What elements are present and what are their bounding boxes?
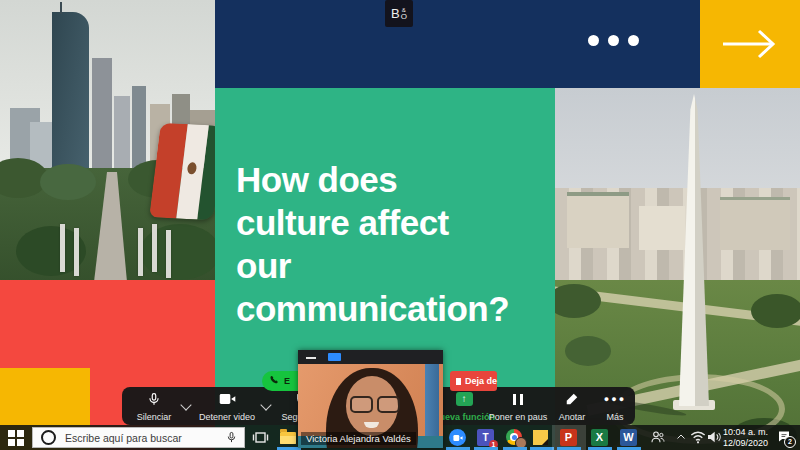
taskbar-clock[interactable]: 10:04 a. m. 12/09/2020 — [723, 427, 768, 448]
pause-icon — [513, 392, 523, 406]
pencil-icon — [565, 392, 579, 406]
participant-name-label: Victoria Alejandra Valdés — [301, 432, 416, 445]
sticky-notes-icon[interactable] — [533, 429, 550, 446]
ellipsis-dots-decoration — [588, 35, 639, 46]
stop-icon — [456, 378, 461, 385]
minimize-icon[interactable] — [306, 357, 316, 359]
up-arrow-icon: ↑ — [456, 392, 473, 406]
sharing-indicator-text: E — [284, 376, 290, 386]
mute-button[interactable]: Silenciar — [130, 390, 178, 422]
more-button[interactable]: ●●● Más — [598, 390, 632, 422]
restore-icon[interactable] — [328, 353, 341, 361]
glasses — [350, 396, 400, 413]
more-dots-icon: ●●● — [604, 392, 626, 406]
bo-logo: B & O — [385, 0, 413, 27]
video-window-titlebar[interactable] — [298, 350, 443, 364]
start-button windows-logo-icon[interactable] — [8, 430, 24, 446]
mexico-city-photo — [0, 0, 215, 280]
new-feature-button[interactable]: ↑ Nueva función — [436, 390, 492, 422]
teams-icon[interactable]: T1 — [477, 429, 494, 446]
microphone-icon — [147, 392, 161, 407]
taskbar-search[interactable] — [32, 427, 245, 448]
chrome-icon[interactable] — [506, 429, 523, 446]
shared-screen: B & O — [0, 0, 800, 450]
phone-icon — [269, 376, 279, 386]
word-icon[interactable]: W — [620, 429, 637, 446]
clock-time: 10:04 a. m. — [723, 427, 768, 438]
pause-share-button[interactable]: Poner en paus — [490, 390, 546, 422]
participant-video-window[interactable]: Victoria Alejandra Valdés — [298, 350, 443, 448]
excel-icon[interactable]: X — [591, 429, 608, 446]
arrow-right-icon — [719, 26, 781, 62]
powerpoint-icon[interactable]: P — [560, 429, 577, 446]
flag-emblem — [187, 162, 197, 174]
zoom-app-icon[interactable] — [449, 429, 466, 446]
volume-icon[interactable] — [706, 429, 722, 445]
mute-chevron-icon[interactable] — [180, 399, 191, 410]
camera-icon — [219, 392, 236, 406]
search-input[interactable] — [63, 431, 226, 445]
mexican-flag — [149, 123, 215, 221]
clock-date: 12/09/2020 — [723, 438, 768, 449]
slide-title: How does culture affect our communicatio… — [236, 158, 548, 330]
slide-yellow-arrow-block — [700, 0, 800, 88]
search-mic-icon[interactable] — [226, 431, 237, 444]
stop-video-button[interactable]: Detener video — [196, 390, 258, 422]
stop-share-button[interactable]: Deja de — [450, 371, 497, 391]
annotate-button[interactable]: Anotar — [548, 390, 596, 422]
task-view-icon[interactable] — [252, 429, 269, 446]
notification-count-badge: 2 — [784, 436, 796, 448]
video-chevron-icon[interactable] — [260, 399, 271, 410]
wifi-icon[interactable] — [690, 429, 706, 445]
file-explorer-icon[interactable] — [280, 429, 297, 446]
people-tray-icon[interactable] — [650, 429, 666, 445]
tray-chevron-up-icon[interactable] — [675, 429, 687, 445]
cortana-icon — [41, 430, 56, 445]
webcam-video: Victoria Alejandra Valdés — [298, 364, 443, 448]
action-center-icon[interactable]: 2 — [776, 429, 793, 446]
